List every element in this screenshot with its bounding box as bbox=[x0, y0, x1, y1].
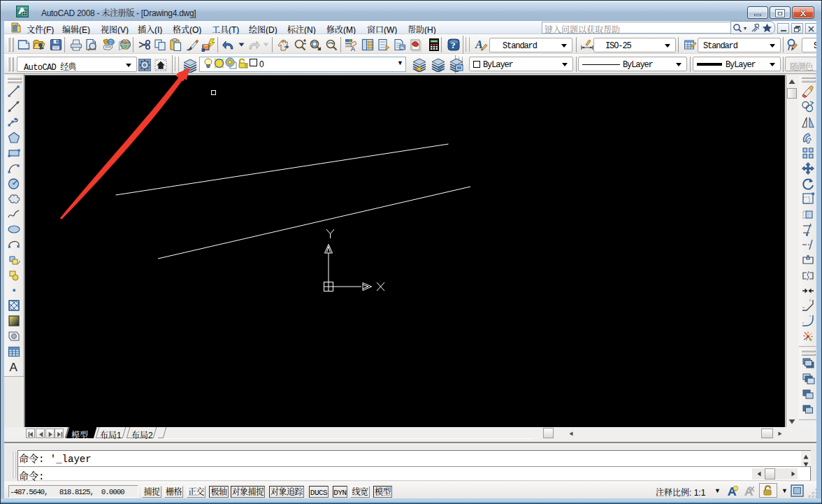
svg-text:A: A bbox=[351, 45, 355, 52]
svg-text:?: ? bbox=[451, 40, 456, 50]
svg-text:A: A bbox=[10, 361, 18, 374]
